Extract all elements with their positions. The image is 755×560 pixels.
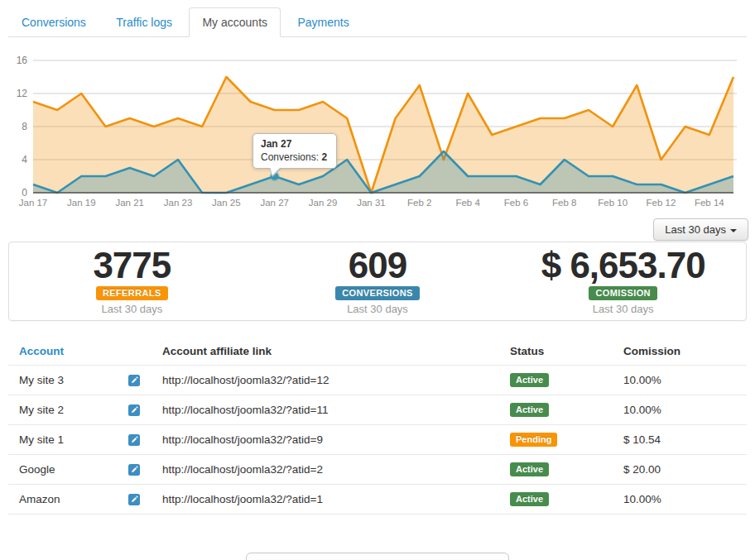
svg-text:Jan 31: Jan 31 — [357, 198, 386, 208]
account-name: Google — [8, 455, 128, 485]
conversions-caption: Last 30 days — [255, 303, 501, 315]
chevron-down-icon — [730, 229, 737, 232]
table-row: My site 1http://localhost/joomla32/?atid… — [8, 425, 747, 455]
range-select-button[interactable]: Last 30 days — [653, 218, 748, 241]
stats-panel: 3775 REFERRALS Last 30 days 609 CONVERSI… — [8, 242, 747, 321]
affiliate-link: http://localhost/joomla32/?atid=11 — [162, 395, 510, 425]
svg-text:Jan 27: Jan 27 — [260, 198, 289, 208]
account-name: My site 1 — [8, 425, 128, 455]
table-row: Amazonhttp://localhost/joomla32/?atid=1A… — [8, 485, 747, 515]
svg-text:16: 16 — [17, 55, 28, 66]
referrals-badge: REFERRALS — [96, 286, 168, 300]
svg-text:0: 0 — [22, 187, 27, 199]
comission-value: 10.00% — [623, 485, 747, 515]
referrals-count: 3775 — [9, 247, 255, 284]
affiliate-link: http://localhost/joomla32/?atid=1 — [162, 485, 510, 515]
conversions-count: 609 — [255, 247, 501, 284]
edit-account-icon[interactable] — [128, 375, 140, 386]
tab-bar: Conversions Traffic logs My accounts Pay… — [8, 7, 747, 37]
status-badge: Pending — [510, 433, 557, 447]
svg-text:Feb 2: Feb 2 — [407, 198, 431, 208]
chart-plot-area[interactable]: 0481216Jan 17Jan 19Jan 21Jan 23Jan 25Jan… — [0, 48, 755, 215]
svg-text:Feb 14: Feb 14 — [695, 198, 724, 208]
svg-text:Feb 10: Feb 10 — [598, 198, 628, 208]
column-header-edit — [128, 337, 162, 366]
table-row: Googlehttp://localhost/joomla32/?atid=2A… — [8, 455, 747, 485]
column-header-link: Account affiliate link — [162, 337, 510, 366]
svg-text:Feb 6: Feb 6 — [504, 198, 528, 208]
column-header-status: Status — [510, 337, 623, 366]
svg-text:Feb 4: Feb 4 — [455, 198, 480, 208]
tab-my-accounts[interactable]: My accounts — [189, 7, 281, 37]
svg-text:Jan 25: Jan 25 — [212, 198, 241, 208]
comission-value: $ 10.54 — [623, 425, 747, 455]
stat-comission: $ 6,653.70 COMISSION Last 30 days — [500, 247, 746, 315]
tab-payments[interactable]: Payments — [284, 7, 362, 37]
table-row: My site 3http://localhost/joomla32/?atid… — [8, 366, 747, 395]
edit-account-icon[interactable] — [128, 494, 140, 505]
svg-text:Jan 21: Jan 21 — [115, 198, 144, 208]
svg-text:Feb 12: Feb 12 — [647, 198, 676, 208]
conversions-referrals-chart: 0481216Jan 17Jan 19Jan 21Jan 23Jan 25Jan… — [0, 48, 755, 215]
svg-text:4: 4 — [22, 154, 27, 165]
affiliate-link: http://localhost/joomla32/?atid=9 — [162, 425, 510, 455]
svg-text:Jan 19: Jan 19 — [67, 198, 96, 208]
bottom-button-partial[interactable] — [246, 553, 509, 560]
tab-traffic-logs[interactable]: Traffic logs — [103, 7, 185, 37]
affiliate-link: http://localhost/joomla32/?atid=2 — [162, 455, 510, 485]
affiliate-link: http://localhost/joomla32/?atid=12 — [162, 366, 510, 395]
column-header-comission: Comission — [623, 337, 747, 366]
account-name: My site 3 — [8, 366, 128, 395]
tooltip-date: Jan 27 — [261, 137, 327, 151]
svg-text:Jan 17: Jan 17 — [19, 198, 48, 208]
svg-text:Feb 8: Feb 8 — [552, 198, 576, 208]
comission-value: $ 20.00 — [623, 455, 747, 485]
chart-tooltip: Jan 27 Conversions: 2 — [252, 133, 337, 169]
svg-text:8: 8 — [22, 121, 27, 132]
tooltip-body: Conversions: 2 — [261, 151, 327, 164]
account-name: Amazon — [8, 485, 128, 515]
account-name: My site 2 — [8, 395, 128, 425]
svg-text:Jan 23: Jan 23 — [164, 198, 193, 208]
table-header-row: Account Account affiliate link Status Co… — [8, 337, 747, 366]
comission-value: 10.00% — [623, 366, 747, 395]
comission-caption: Last 30 days — [500, 303, 746, 315]
table-row: My site 2http://localhost/joomla32/?atid… — [8, 395, 747, 425]
tooltip-label: Conversions: — [261, 151, 321, 163]
stat-conversions: 609 CONVERSIONS Last 30 days — [255, 247, 501, 315]
tab-conversions[interactable]: Conversions — [8, 7, 99, 37]
status-badge: Active — [510, 462, 549, 476]
stat-referrals: 3775 REFERRALS Last 30 days — [9, 247, 255, 315]
status-badge: Active — [510, 403, 549, 417]
status-badge: Active — [510, 373, 549, 387]
edit-account-icon[interactable] — [128, 404, 140, 416]
comission-badge: COMISSION — [589, 286, 657, 300]
edit-account-icon[interactable] — [128, 434, 140, 446]
comission-value: 10.00% — [623, 395, 747, 425]
svg-text:Jan 29: Jan 29 — [309, 198, 338, 208]
svg-text:12: 12 — [17, 88, 28, 99]
referrals-caption: Last 30 days — [9, 303, 255, 315]
range-select-label: Last 30 days — [665, 223, 726, 236]
edit-account-icon[interactable] — [128, 464, 140, 476]
conversions-badge: CONVERSIONS — [335, 286, 420, 300]
comission-amount: $ 6,653.70 — [500, 247, 746, 284]
tooltip-value: 2 — [321, 151, 327, 163]
my-accounts-page: Conversions Traffic logs My accounts Pay… — [0, 0, 755, 560]
column-header-account[interactable]: Account — [8, 337, 128, 366]
status-badge: Active — [510, 492, 549, 506]
accounts-table: Account Account affiliate link Status Co… — [8, 337, 747, 515]
